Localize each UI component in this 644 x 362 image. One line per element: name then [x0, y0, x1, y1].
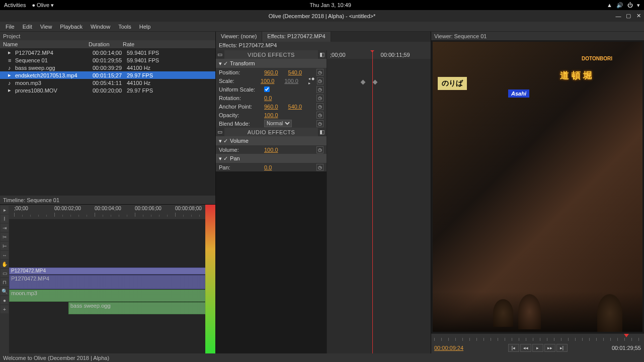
position-x[interactable]: 960.0	[264, 69, 278, 75]
menu-playback[interactable]: Playback	[56, 23, 86, 31]
viewer-timecode[interactable]: 00:00:09;24	[434, 345, 463, 351]
add-effect-icon[interactable]: ◧	[318, 50, 327, 59]
col-name[interactable]: Name	[0, 41, 86, 48]
snap-toggle[interactable]: ⊓	[1, 278, 9, 286]
keyframe-toggle[interactable]: ◷	[316, 69, 324, 76]
video-effects-section: ▭ VIDEO EFFECTS ◧	[216, 50, 327, 59]
keyframe-toggle[interactable]: ◷	[316, 146, 324, 153]
menu-tools[interactable]: Tools	[115, 23, 135, 31]
opacity-value[interactable]: 100.0	[264, 112, 278, 118]
sign-noriba: のりば	[438, 77, 467, 90]
keyframe-toggle[interactable]: ◷	[316, 164, 324, 171]
clock: Thu Jan 3, 10:49	[54, 2, 607, 8]
keyframe-toggle[interactable]: ◷	[316, 103, 324, 110]
project-row[interactable]: ▸prores1080.MOV00:00:20;0029.97 FPS	[0, 86, 215, 94]
collapse-icon[interactable]: ▭	[216, 50, 224, 59]
scale-y: 100.0	[284, 78, 298, 84]
zoom-tool[interactable]: 🔍	[1, 287, 9, 295]
volume-icon[interactable]: 🔊	[616, 2, 623, 9]
menu-down-icon[interactable]: ▾	[637, 2, 640, 9]
go-start-button[interactable]: |◂	[508, 344, 519, 352]
play-button[interactable]: ▸	[532, 344, 543, 352]
razor-tool[interactable]: ✂	[1, 233, 9, 241]
project-row[interactable]: ▸endsketch20170513.mp400:01:15;2729.97 F…	[0, 71, 215, 79]
anchor-y[interactable]: 540.0	[288, 104, 302, 110]
audio-track-1[interactable]: P1270472.MP4 endsketch20170513.mp4	[9, 275, 205, 289]
add-effect-icon[interactable]: ◧	[318, 128, 327, 136]
pointer-tool[interactable]: ▸	[1, 206, 9, 214]
hand-tool[interactable]: ✋	[1, 260, 9, 268]
tab-effects[interactable]: Effects: P1270472.MP4	[262, 32, 331, 42]
keyframe-toggle[interactable]: ◷	[317, 77, 324, 84]
rotation-value[interactable]: 0.0	[264, 95, 272, 101]
uniform-scale-checkbox[interactable]	[264, 86, 270, 92]
minimize-button[interactable]: —	[615, 13, 622, 20]
activities-button[interactable]: Activities	[4, 2, 26, 9]
menu-edit[interactable]: Edit	[19, 23, 36, 31]
transition-tool[interactable]: ▭	[1, 269, 9, 277]
edit-tool[interactable]: I	[1, 215, 9, 223]
project-row[interactable]: ♪moon.mp300:05:41:1144100 Hz	[0, 79, 215, 86]
clip-video[interactable]: P1270472.MP4	[9, 267, 205, 275]
next-frame-button[interactable]: ▸▸	[544, 344, 555, 352]
power-icon[interactable]: ⏻	[627, 2, 633, 9]
tab-viewer-none[interactable]: Viewer: (none)	[216, 32, 262, 42]
close-button[interactable]: ✕	[635, 13, 642, 20]
keyframe-diamond[interactable]	[373, 80, 378, 85]
pan-value[interactable]: 0.0	[264, 164, 272, 170]
timeline-ruler[interactable]: ;00;0000:00:02;0000:00:04;0000:00:06;000…	[9, 205, 205, 220]
transform-effect-header[interactable]: ▾ ✓ Transform	[216, 59, 327, 68]
prev-frame-button[interactable]: ◂◂	[520, 344, 531, 352]
go-end-button[interactable]: ▸|	[556, 344, 568, 352]
keyframe-area[interactable]: ;00;0000:00:11;59	[327, 50, 431, 353]
add-tool[interactable]: +	[1, 305, 9, 313]
menu-file[interactable]: File	[2, 23, 18, 31]
col-rate[interactable]: Rate	[120, 41, 137, 48]
effects-subtitle: Effects: P1270472.MP4	[216, 42, 431, 50]
sign-dotonbori: DOTONBORI	[582, 56, 612, 61]
system-topbar: Activities ● Olive ▾ Thu Jan 3, 10:49 ▲ …	[0, 0, 644, 10]
timeline-tools: ▸ I ⇥ ✂ ⊢ ↔ ✋ ▭ ⊓ 🔍 ● +	[0, 205, 9, 353]
keyframe-toggle[interactable]: ◷	[316, 86, 324, 93]
project-row[interactable]: ≡Sequence 0100:01:29;5559.9401 FPS	[0, 56, 215, 64]
scale-x[interactable]: 100.0	[261, 78, 275, 84]
project-row[interactable]: ♪bass sweep.ogg00:00:39:2944100 Hz	[0, 64, 215, 71]
keyframe-toggle[interactable]: ◷	[316, 112, 324, 119]
maximize-button[interactable]: ▢	[625, 13, 632, 20]
collapse-icon[interactable]: ▭	[216, 128, 224, 136]
app-menu[interactable]: ● Olive ▾	[32, 2, 54, 9]
prop-anchor-label: Anchor Point:	[219, 104, 264, 110]
menu-window[interactable]: Window	[87, 23, 114, 31]
blend-mode-select[interactable]: Normal	[264, 120, 292, 127]
menu-view[interactable]: View	[37, 23, 56, 31]
clip-audio[interactable]: moon.mp3	[9, 290, 205, 302]
viewer-panel-header: Viewer: Sequence 01	[431, 32, 644, 40]
ripple-tool[interactable]: ⇥	[1, 224, 9, 232]
position-y[interactable]: 540.0	[288, 69, 302, 75]
audio-track-3[interactable]: bass sweep.ogg	[9, 302, 205, 314]
project-row[interactable]: ▸P1270472.MP400:00:14;0059.9401 FPS	[0, 49, 215, 56]
keyframe-toggle[interactable]: ◷	[316, 120, 324, 127]
slide-tool[interactable]: ↔	[1, 251, 9, 259]
viewer-canvas[interactable]: のりば DOTONBORI Asahi 道 頓 堀	[433, 42, 642, 332]
volume-value[interactable]: 100.0	[264, 147, 278, 153]
volume-effect-header[interactable]: ▾ ✓ Volume	[216, 136, 327, 145]
keyframe-diamond[interactable]	[361, 80, 366, 85]
timeline-panel-header: Timeline: Sequence 01	[0, 196, 215, 204]
keyframe-toggle[interactable]: ◷	[316, 95, 324, 102]
clip-audio[interactable]: bass sweep.ogg	[68, 302, 205, 314]
col-duration[interactable]: Duration	[86, 41, 120, 48]
timeline-area[interactable]: ;00;0000:00:02;0000:00:04;0000:00:06;000…	[9, 205, 205, 353]
statusbar: Welcome to Olive (December 2018 | Alpha)	[0, 353, 644, 362]
pan-effect-header[interactable]: ▾ ✓ Pan	[216, 154, 327, 163]
video-track-1[interactable]: P1270472.MP4 endsketch20170513.mp4	[9, 267, 205, 275]
clip-audio[interactable]: P1270472.MP4	[9, 275, 205, 289]
keyframe-playhead[interactable]	[372, 50, 373, 353]
network-icon[interactable]: ▲	[607, 2, 612, 9]
record-tool[interactable]: ●	[1, 296, 9, 304]
viewer-ruler[interactable]	[431, 333, 644, 342]
audio-track-2[interactable]: moon.mp3	[9, 290, 205, 302]
slip-tool[interactable]: ⊢	[1, 242, 9, 250]
anchor-x[interactable]: 960.0	[264, 104, 278, 110]
menu-help[interactable]: Help	[136, 23, 154, 31]
